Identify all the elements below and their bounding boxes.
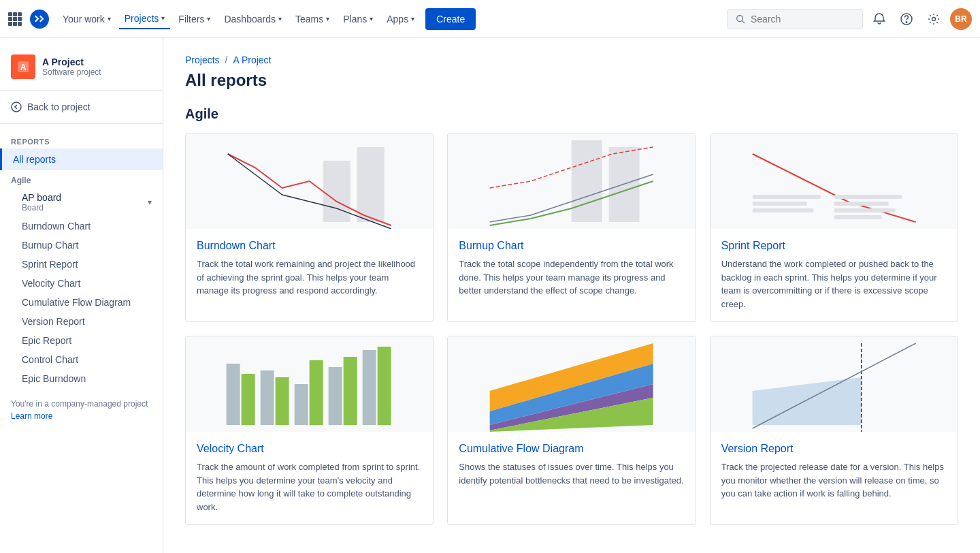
create-button[interactable]: Create [425, 8, 476, 30]
svg-rect-5 [18, 17, 22, 21]
project-header: A A Project Software project [0, 49, 163, 84]
svg-rect-8 [18, 22, 22, 26]
nav-teams[interactable]: Teams ▾ [290, 10, 335, 29]
page-title: All reports [185, 71, 958, 90]
svg-rect-4 [13, 17, 17, 21]
settings-button[interactable] [923, 8, 945, 30]
sidebar-footer: You're in a company-managed project Lear… [0, 388, 163, 432]
sidebar-item-velocity[interactable]: Velocity Chart [22, 274, 152, 293]
nav-right-section: BR [727, 8, 972, 30]
svg-rect-24 [834, 195, 902, 199]
app-grid-icon[interactable] [8, 12, 22, 26]
nav-your-work[interactable]: Your work ▾ [57, 10, 116, 29]
svg-rect-26 [834, 208, 895, 212]
report-card-burnup[interactable]: Burnup Chart Track the total scope indep… [447, 133, 696, 322]
svg-rect-37 [378, 347, 391, 425]
search-icon [736, 14, 745, 25]
version-desc: Track the projected release date for a v… [721, 460, 947, 501]
breadcrumb-projects[interactable]: Projects [185, 54, 220, 65]
report-card-version[interactable]: Version Report Track the projected relea… [710, 336, 958, 525]
sidebar-item-sprint-report[interactable]: Sprint Report [22, 255, 152, 274]
chevron-down-icon: ▾ [326, 15, 329, 22]
agile-label: Agile [0, 170, 163, 188]
chevron-down-icon: ▾ [370, 15, 373, 22]
search-bar[interactable] [727, 9, 863, 29]
nav-apps[interactable]: Apps ▾ [381, 10, 420, 29]
svg-rect-27 [834, 215, 881, 219]
nav-plans[interactable]: Plans ▾ [338, 10, 378, 29]
sidebar-item-cfd[interactable]: Cumulative Flow Diagram [22, 293, 152, 312]
svg-rect-30 [261, 370, 274, 425]
burndown-chart [186, 133, 433, 229]
svg-rect-34 [329, 367, 342, 425]
project-icon: A [11, 54, 35, 79]
burndown-name[interactable]: Burndown Chart [197, 240, 422, 252]
top-navigation: Your work ▾ Projects ▾ Filters ▾ Dashboa… [0, 0, 980, 38]
sidebar: A A Project Software project Back to pro… [0, 38, 163, 553]
app-layout: A A Project Software project Back to pro… [0, 38, 980, 553]
help-button[interactable] [896, 8, 917, 30]
svg-point-13 [932, 17, 936, 20]
project-name: A Project [42, 57, 101, 67]
svg-rect-36 [363, 350, 376, 425]
cfd-desc: Shows the statuses of issues over time. … [459, 460, 684, 487]
back-icon [11, 101, 22, 112]
svg-rect-32 [295, 384, 308, 425]
sidebar-item-version[interactable]: Version Report [22, 312, 152, 331]
velocity-name[interactable]: Velocity Chart [197, 443, 422, 455]
report-card-velocity[interactable]: Velocity Chart Track the amount of work … [185, 336, 434, 525]
svg-rect-17 [323, 161, 350, 222]
svg-point-12 [906, 21, 907, 22]
svg-rect-1 [13, 12, 17, 16]
jira-logo[interactable] [30, 10, 49, 29]
sidebar-board-item[interactable]: AP board Board ▾ [0, 188, 163, 217]
search-input[interactable] [751, 14, 854, 25]
svg-line-10 [742, 20, 745, 22]
version-chart [710, 336, 958, 432]
sidebar-item-epic[interactable]: Epic Report [22, 331, 152, 350]
chevron-down-icon: ▾ [161, 14, 165, 22]
svg-rect-6 [8, 22, 12, 26]
sidebar-item-burnup[interactable]: Burnup Chart [22, 236, 152, 255]
svg-point-9 [737, 15, 743, 21]
report-card-burndown[interactable]: Burndown Chart Track the total work rema… [185, 133, 434, 322]
burnup-chart [448, 133, 695, 229]
svg-rect-18 [357, 147, 385, 222]
svg-rect-35 [344, 357, 357, 425]
learn-more-link[interactable]: Learn more [11, 411, 152, 421]
svg-rect-28 [227, 364, 240, 425]
agile-section-title: Agile [185, 106, 958, 122]
main-content: Projects / A Project All reports Agile [163, 38, 980, 553]
report-card-cfd[interactable]: Cumulative Flow Diagram Shows the status… [447, 336, 696, 525]
svg-point-16 [12, 102, 21, 112]
svg-rect-0 [8, 12, 12, 16]
nav-projects[interactable]: Projects ▾ [119, 9, 171, 29]
velocity-chart [186, 336, 433, 432]
sidebar-item-epic-burndown[interactable]: Epic Burndown [22, 369, 152, 388]
svg-rect-23 [752, 208, 813, 212]
sprint-chart [710, 133, 958, 229]
sidebar-item-all-reports[interactable]: All reports [0, 148, 163, 170]
cfd-chart [448, 336, 695, 432]
nav-filters[interactable]: Filters ▾ [173, 10, 216, 29]
sprint-name[interactable]: Sprint Report [721, 240, 947, 252]
svg-rect-19 [572, 140, 602, 222]
version-name[interactable]: Version Report [721, 443, 947, 455]
sidebar-item-control[interactable]: Control Chart [22, 350, 152, 369]
svg-rect-31 [276, 377, 289, 425]
svg-rect-33 [310, 360, 323, 425]
notifications-button[interactable] [868, 8, 890, 30]
chevron-down-icon: ▾ [278, 15, 282, 22]
svg-text:A: A [20, 63, 27, 72]
chevron-down-icon: ▾ [207, 15, 210, 22]
svg-rect-29 [242, 374, 255, 425]
cfd-name[interactable]: Cumulative Flow Diagram [459, 443, 684, 455]
svg-rect-2 [18, 12, 22, 16]
sidebar-item-burndown[interactable]: Burndown Chart [22, 217, 152, 236]
breadcrumb-project[interactable]: A Project [233, 54, 271, 65]
user-avatar[interactable]: BR [950, 8, 972, 30]
burnup-name[interactable]: Burnup Chart [459, 240, 684, 252]
nav-dashboards[interactable]: Dashboards ▾ [218, 10, 287, 29]
report-card-sprint[interactable]: Sprint Report Understand the work comple… [710, 133, 958, 322]
back-to-project-button[interactable]: Back to project [0, 96, 163, 118]
